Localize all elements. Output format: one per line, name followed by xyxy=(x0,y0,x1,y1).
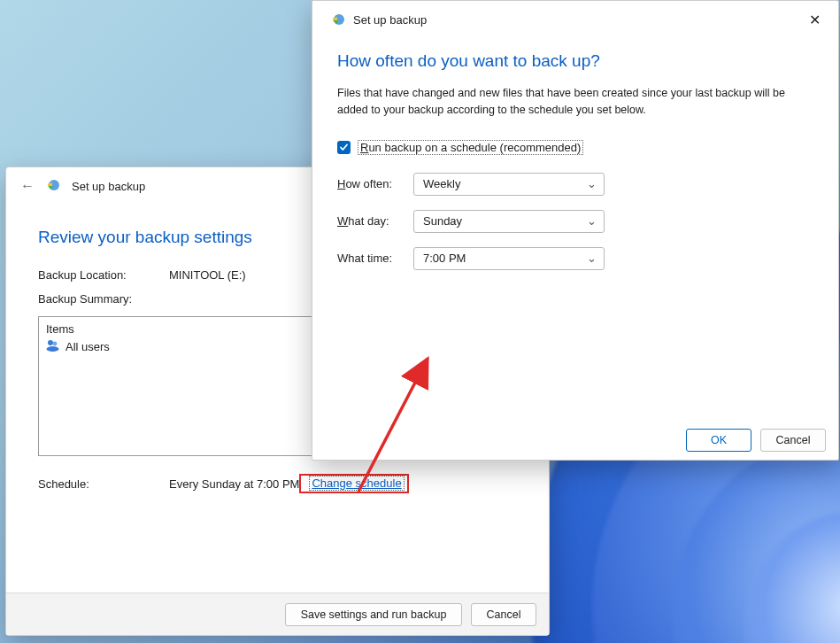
how-often-value: Weekly xyxy=(423,177,460,190)
svg-point-1 xyxy=(48,340,53,345)
close-icon[interactable]: ✕ xyxy=(804,10,826,30)
what-time-value: 7:00 PM xyxy=(423,252,466,265)
backup-location-value: MINITOOL (E:) xyxy=(169,268,246,282)
schedule-dialog-window: Set up backup ✕ How often do you want to… xyxy=(312,0,839,461)
what-time-label: What time: xyxy=(337,252,413,265)
schedule-value: Every Sunday at 7:00 PM xyxy=(169,477,299,491)
window-footer: Save settings and run backup Cancel xyxy=(6,593,549,635)
highlight-box: Change schedule xyxy=(299,474,408,493)
back-arrow-icon[interactable]: ← xyxy=(20,178,35,194)
save-settings-run-backup-button[interactable]: Save settings and run backup xyxy=(285,603,462,626)
how-often-label: How often: xyxy=(337,177,413,190)
what-day-row: What day: Sunday ⌄ xyxy=(337,210,813,233)
ok-button[interactable]: OK xyxy=(686,429,751,452)
schedule-label: Schedule: xyxy=(38,477,169,491)
dialog-description: Files that have changed and new files th… xyxy=(337,85,813,119)
backup-summary-label: Backup Summary: xyxy=(38,292,169,306)
dialog-heading: How often do you want to back up? xyxy=(337,51,813,71)
schedule-checkbox-row[interactable]: Run backup on a schedule (recommended) xyxy=(337,140,813,155)
window-title: Set up backup xyxy=(72,180,145,193)
checkbox-label: Run backup on a schedule (recommended) xyxy=(358,140,583,155)
chevron-down-icon: ⌄ xyxy=(587,252,597,265)
change-schedule-link[interactable]: Change schedule xyxy=(309,476,404,491)
shield-globe-icon xyxy=(45,178,61,194)
what-day-label: What day: xyxy=(337,214,413,228)
svg-point-3 xyxy=(47,346,59,352)
schedule-row: Schedule: Every Sunday at 7:00 PM Change… xyxy=(38,474,524,493)
svg-point-2 xyxy=(53,342,58,346)
what-time-select[interactable]: 7:00 PM ⌄ xyxy=(413,247,605,270)
how-often-row: How often: Weekly ⌄ xyxy=(337,173,813,196)
cancel-button[interactable]: Cancel xyxy=(471,603,536,626)
dialog-titlebar: Set up backup ✕ xyxy=(312,1,838,35)
chevron-down-icon: ⌄ xyxy=(587,214,597,228)
what-time-row: What time: 7:00 PM ⌄ xyxy=(337,247,813,270)
dialog-title: Set up backup xyxy=(353,13,427,27)
what-day-select[interactable]: Sunday ⌄ xyxy=(413,210,605,233)
shield-globe-icon xyxy=(330,12,346,28)
chevron-down-icon: ⌄ xyxy=(587,177,597,190)
all-users-label: All users xyxy=(66,340,110,353)
what-day-value: Sunday xyxy=(423,214,462,228)
checkbox-icon[interactable] xyxy=(337,141,351,154)
backup-location-label: Backup Location: xyxy=(38,268,169,282)
how-often-select[interactable]: Weekly ⌄ xyxy=(413,173,605,196)
dialog-footer: OK Cancel xyxy=(312,421,838,460)
users-icon xyxy=(46,339,60,354)
cancel-button[interactable]: Cancel xyxy=(760,429,826,452)
